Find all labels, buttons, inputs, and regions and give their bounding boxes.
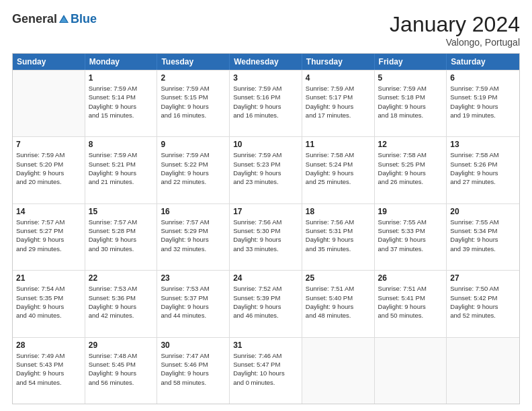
day-info: Sunrise: 7:59 AM Sunset: 5:23 PM Dayligh… xyxy=(233,150,298,186)
calendar-cell xyxy=(447,338,519,404)
day-number: 27 xyxy=(450,273,516,283)
calendar-week-row: 21Sunrise: 7:54 AM Sunset: 5:35 PM Dayli… xyxy=(13,270,519,336)
day-info: Sunrise: 7:59 AM Sunset: 5:19 PM Dayligh… xyxy=(450,84,516,120)
day-info: Sunrise: 7:49 AM Sunset: 5:43 PM Dayligh… xyxy=(16,351,81,387)
calendar-cell: 15Sunrise: 7:57 AM Sunset: 5:28 PM Dayli… xyxy=(85,204,158,270)
day-number: 18 xyxy=(306,207,371,216)
calendar-cell: 12Sunrise: 7:58 AM Sunset: 5:25 PM Dayli… xyxy=(375,137,447,203)
day-info: Sunrise: 7:55 AM Sunset: 5:34 PM Dayligh… xyxy=(450,218,516,253)
day-info: Sunrise: 7:53 AM Sunset: 5:36 PM Dayligh… xyxy=(89,284,154,320)
day-number: 28 xyxy=(16,340,81,350)
subtitle: Valongo, Portugal xyxy=(390,37,520,48)
calendar-cell: 30Sunrise: 7:47 AM Sunset: 5:46 PM Dayli… xyxy=(157,338,230,404)
day-info: Sunrise: 7:54 AM Sunset: 5:35 PM Dayligh… xyxy=(16,284,81,320)
calendar-cell: 14Sunrise: 7:57 AM Sunset: 5:27 PM Dayli… xyxy=(13,204,85,270)
calendar-cell: 7Sunrise: 7:59 AM Sunset: 5:20 PM Daylig… xyxy=(13,137,85,203)
day-number: 14 xyxy=(16,207,81,216)
day-number: 4 xyxy=(306,73,371,83)
day-info: Sunrise: 7:59 AM Sunset: 5:15 PM Dayligh… xyxy=(161,84,226,120)
day-number: 11 xyxy=(306,140,371,149)
calendar-cell: 3Sunrise: 7:59 AM Sunset: 5:16 PM Daylig… xyxy=(230,71,302,136)
day-header: Wednesday xyxy=(230,54,302,70)
calendar-cell: 29Sunrise: 7:48 AM Sunset: 5:45 PM Dayli… xyxy=(85,338,158,404)
calendar-cell: 2Sunrise: 7:59 AM Sunset: 5:15 PM Daylig… xyxy=(157,71,230,136)
day-header: Tuesday xyxy=(157,54,230,70)
day-info: Sunrise: 7:59 AM Sunset: 5:20 PM Dayligh… xyxy=(16,150,81,186)
calendar-cell: 24Sunrise: 7:52 AM Sunset: 5:39 PM Dayli… xyxy=(230,271,302,336)
day-number: 12 xyxy=(378,140,443,149)
day-info: Sunrise: 7:57 AM Sunset: 5:28 PM Dayligh… xyxy=(89,218,154,253)
day-number: 10 xyxy=(233,140,298,149)
logo-icon xyxy=(58,13,70,26)
day-info: Sunrise: 7:55 AM Sunset: 5:33 PM Dayligh… xyxy=(378,218,443,253)
day-info: Sunrise: 7:53 AM Sunset: 5:37 PM Dayligh… xyxy=(161,284,226,320)
day-number: 16 xyxy=(161,207,226,216)
day-number: 9 xyxy=(161,140,226,149)
day-info: Sunrise: 7:57 AM Sunset: 5:29 PM Dayligh… xyxy=(161,218,226,253)
day-header: Friday xyxy=(375,54,447,70)
day-info: Sunrise: 7:51 AM Sunset: 5:40 PM Dayligh… xyxy=(306,284,371,320)
calendar-cell: 6Sunrise: 7:59 AM Sunset: 5:19 PM Daylig… xyxy=(447,71,519,136)
logo: General Blue xyxy=(12,12,97,26)
calendar-cell: 31Sunrise: 7:46 AM Sunset: 5:47 PM Dayli… xyxy=(230,338,302,404)
calendar-cell: 20Sunrise: 7:55 AM Sunset: 5:34 PM Dayli… xyxy=(447,204,519,270)
day-number: 5 xyxy=(378,73,443,83)
day-info: Sunrise: 7:58 AM Sunset: 5:26 PM Dayligh… xyxy=(450,150,516,186)
calendar-cell: 18Sunrise: 7:56 AM Sunset: 5:31 PM Dayli… xyxy=(302,204,375,270)
calendar-week-row: 14Sunrise: 7:57 AM Sunset: 5:27 PM Dayli… xyxy=(13,203,519,270)
day-info: Sunrise: 7:56 AM Sunset: 5:31 PM Dayligh… xyxy=(306,218,371,253)
day-info: Sunrise: 7:59 AM Sunset: 5:16 PM Dayligh… xyxy=(233,84,298,120)
day-number: 25 xyxy=(306,273,371,283)
calendar-cell: 5Sunrise: 7:59 AM Sunset: 5:18 PM Daylig… xyxy=(375,71,447,136)
day-number: 3 xyxy=(233,73,298,83)
day-info: Sunrise: 7:59 AM Sunset: 5:17 PM Dayligh… xyxy=(306,84,371,120)
day-number: 2 xyxy=(161,73,226,83)
calendar-cell: 22Sunrise: 7:53 AM Sunset: 5:36 PM Dayli… xyxy=(85,271,158,336)
day-info: Sunrise: 7:59 AM Sunset: 5:21 PM Dayligh… xyxy=(89,150,154,186)
calendar-cell: 27Sunrise: 7:50 AM Sunset: 5:42 PM Dayli… xyxy=(447,271,519,336)
day-number: 13 xyxy=(450,140,516,149)
header: General Blue January 2024 Valongo, Portu… xyxy=(12,12,520,48)
calendar-cell: 8Sunrise: 7:59 AM Sunset: 5:21 PM Daylig… xyxy=(85,137,158,203)
day-number: 23 xyxy=(161,273,226,283)
calendar-cell: 9Sunrise: 7:59 AM Sunset: 5:22 PM Daylig… xyxy=(157,137,230,203)
logo-general-text: General xyxy=(12,12,57,26)
calendar-cell: 23Sunrise: 7:53 AM Sunset: 5:37 PM Dayli… xyxy=(157,271,230,336)
calendar-cell: 10Sunrise: 7:59 AM Sunset: 5:23 PM Dayli… xyxy=(230,137,302,203)
day-info: Sunrise: 7:56 AM Sunset: 5:30 PM Dayligh… xyxy=(233,218,298,253)
calendar-cell: 28Sunrise: 7:49 AM Sunset: 5:43 PM Dayli… xyxy=(13,338,85,404)
day-number: 15 xyxy=(89,207,154,216)
calendar-cell: 4Sunrise: 7:59 AM Sunset: 5:17 PM Daylig… xyxy=(302,71,375,136)
day-number: 30 xyxy=(161,340,226,350)
calendar-cell: 25Sunrise: 7:51 AM Sunset: 5:40 PM Dayli… xyxy=(302,271,375,336)
day-info: Sunrise: 7:59 AM Sunset: 5:22 PM Dayligh… xyxy=(161,150,226,186)
day-header: Sunday xyxy=(13,54,85,70)
day-header: Monday xyxy=(85,54,158,70)
day-number: 24 xyxy=(233,273,298,283)
calendar-cell: 13Sunrise: 7:58 AM Sunset: 5:26 PM Dayli… xyxy=(447,137,519,203)
day-info: Sunrise: 7:50 AM Sunset: 5:42 PM Dayligh… xyxy=(450,284,516,320)
day-header: Thursday xyxy=(302,54,375,70)
calendar-cell xyxy=(302,338,375,404)
day-number: 22 xyxy=(89,273,154,283)
calendar-week-row: 7Sunrise: 7:59 AM Sunset: 5:20 PM Daylig… xyxy=(13,136,519,203)
calendar-cell: 11Sunrise: 7:58 AM Sunset: 5:24 PM Dayli… xyxy=(302,137,375,203)
calendar: SundayMondayTuesdayWednesdayThursdayFrid… xyxy=(12,53,520,404)
day-number: 31 xyxy=(233,340,298,350)
day-info: Sunrise: 7:48 AM Sunset: 5:45 PM Dayligh… xyxy=(89,351,154,387)
day-info: Sunrise: 7:52 AM Sunset: 5:39 PM Dayligh… xyxy=(233,284,298,320)
day-info: Sunrise: 7:57 AM Sunset: 5:27 PM Dayligh… xyxy=(16,218,81,253)
day-number: 29 xyxy=(89,340,154,350)
calendar-cell: 1Sunrise: 7:59 AM Sunset: 5:14 PM Daylig… xyxy=(85,71,158,136)
day-number: 8 xyxy=(89,140,154,149)
logo-blue-text: Blue xyxy=(71,12,97,26)
day-info: Sunrise: 7:58 AM Sunset: 5:25 PM Dayligh… xyxy=(378,150,443,186)
day-number: 1 xyxy=(89,73,154,83)
calendar-week-row: 1Sunrise: 7:59 AM Sunset: 5:14 PM Daylig… xyxy=(13,70,519,136)
day-number: 19 xyxy=(378,207,443,216)
day-number: 6 xyxy=(450,73,516,83)
month-title: January 2024 xyxy=(390,12,520,37)
day-header: Saturday xyxy=(447,54,519,70)
day-number: 17 xyxy=(233,207,298,216)
calendar-cell: 21Sunrise: 7:54 AM Sunset: 5:35 PM Dayli… xyxy=(13,271,85,336)
